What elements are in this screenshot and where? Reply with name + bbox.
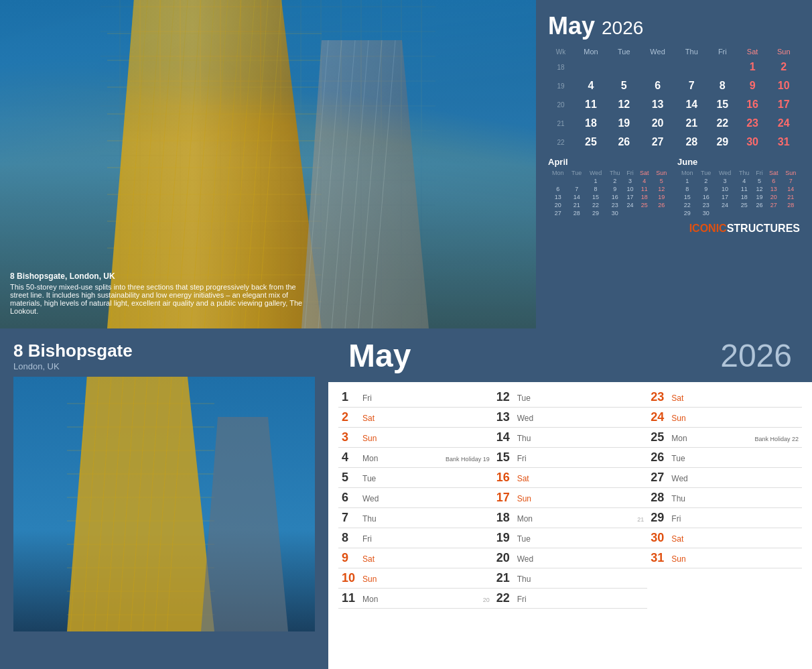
day-name: Tue bbox=[517, 534, 645, 544]
day-number: 14 bbox=[496, 430, 515, 444]
day-number: 23 bbox=[651, 390, 669, 404]
day-number: 12 bbox=[496, 390, 515, 404]
day-entry-12: 12 Tue bbox=[493, 387, 648, 408]
day-number: 21 bbox=[496, 571, 515, 585]
day-number: 9 bbox=[342, 551, 360, 565]
bottom-building-info: 8 Bishopsgate London, UK bbox=[13, 341, 315, 371]
day-name: Sun bbox=[362, 574, 490, 584]
day-name: Mon bbox=[517, 514, 638, 524]
day-name: Sat bbox=[362, 554, 490, 564]
day-number: 22 bbox=[496, 591, 515, 605]
day-name: Fri bbox=[517, 454, 645, 463]
col-header-thu: Thu bbox=[676, 46, 707, 58]
day-entry-19: 19 Tue bbox=[493, 528, 648, 548]
day-number: 15 bbox=[496, 450, 515, 465]
day-number: 2 bbox=[342, 410, 360, 424]
wk-20: 20 bbox=[548, 95, 573, 114]
day-name: Sat bbox=[671, 393, 799, 403]
day-badge: 21 bbox=[637, 516, 644, 523]
day-number: 31 bbox=[651, 551, 669, 565]
day-number: 6 bbox=[342, 491, 360, 505]
day-badge: Bank Holiday 22 bbox=[754, 436, 799, 442]
day-entry-7: 7 Thu bbox=[338, 508, 493, 528]
structures-text: STRUCTURES bbox=[727, 223, 800, 234]
day-name: Fri bbox=[362, 534, 490, 544]
day-name: Sun bbox=[671, 414, 799, 423]
day-name: Wed bbox=[362, 494, 490, 503]
day-entry-28: 28 Thu bbox=[647, 488, 802, 508]
day-entry-16: 16 Sat bbox=[493, 468, 648, 488]
day-name: Fri bbox=[517, 595, 645, 604]
col-header-sun: Sun bbox=[767, 46, 800, 58]
mini-calendars: April MonTueWedThuFriSatSun 12345 678910… bbox=[548, 157, 800, 217]
day-number: 4 bbox=[342, 450, 360, 465]
day-name: Thu bbox=[671, 494, 799, 503]
day-entry-9: 9 Sat bbox=[338, 548, 493, 568]
bottom-left-panel: 8 Bishopsgate London, UK bbox=[0, 328, 328, 669]
day-name: Sun bbox=[517, 494, 645, 503]
day-entry-8: 8 Fri bbox=[338, 528, 493, 548]
day-entry-14: 14 Thu bbox=[493, 428, 648, 448]
day-entry-23: 23 Sat bbox=[647, 387, 802, 408]
day-entry-15: 15 Fri bbox=[493, 448, 648, 468]
day-entry-22: 22 Fri bbox=[493, 589, 648, 609]
april-mini-calendar: April MonTueWedThuFriSatSun 12345 678910… bbox=[548, 157, 671, 217]
top-photo: 8 Bishopsgate, London, UK This 50-storey… bbox=[0, 0, 536, 328]
day-name: Sun bbox=[362, 434, 490, 443]
day-number: 5 bbox=[342, 471, 360, 485]
photo-caption: 8 Bishopsgate, London, UK This 50-storey… bbox=[10, 271, 312, 315]
brand-logo: ICONICSTRUCTURES bbox=[548, 223, 800, 235]
col-header-sat: Sat bbox=[738, 46, 768, 58]
bottom-year: 2026 bbox=[720, 337, 792, 374]
day-number: 1 bbox=[342, 390, 360, 404]
day-number: 27 bbox=[651, 471, 669, 485]
wk-19: 19 bbox=[548, 76, 573, 95]
day-name: Tue bbox=[362, 474, 490, 483]
day-number: 8 bbox=[342, 531, 360, 545]
day-entry-6: 6 Wed bbox=[338, 488, 493, 508]
day-list: 1 Fri2 Sat3 Sun4 MonBank Holiday 195 Tue… bbox=[328, 382, 812, 614]
day-badge: 20 bbox=[483, 597, 490, 603]
day-name: Mon bbox=[362, 595, 483, 604]
day-entry-20: 20 Wed bbox=[493, 548, 648, 568]
col-header-mon: Mon bbox=[573, 46, 608, 58]
day-entry-4: 4 MonBank Holiday 19 bbox=[338, 448, 493, 468]
day-number: 20 bbox=[496, 551, 515, 565]
day-number: 13 bbox=[496, 410, 515, 424]
wk-22: 22 bbox=[548, 133, 573, 151]
day-name: Sat bbox=[671, 534, 799, 544]
col-header-wk: Wk bbox=[548, 46, 573, 58]
bottom-building-location: London, UK bbox=[13, 361, 315, 371]
april-mini-title: April bbox=[548, 157, 671, 167]
col-header-tue: Tue bbox=[608, 46, 639, 58]
bottom-month-title: May bbox=[348, 337, 411, 374]
day-number: 3 bbox=[342, 430, 360, 444]
bottom-section: 8 Bishopsgate London, UK bbox=[0, 328, 812, 669]
day-name: Sat bbox=[362, 414, 490, 423]
day-number: 25 bbox=[651, 430, 669, 444]
day-number: 11 bbox=[342, 591, 360, 605]
day-number: 19 bbox=[496, 531, 515, 545]
day-name: Mon bbox=[362, 454, 446, 463]
caption-description: This 50-storey mixed-use splits into thr… bbox=[10, 283, 312, 315]
day-number: 29 bbox=[651, 511, 669, 525]
day-badge: Bank Holiday 19 bbox=[446, 456, 490, 463]
day-entry-17: 17 Sun bbox=[493, 488, 648, 508]
day-entry-13: 13 Wed bbox=[493, 408, 648, 428]
col-header-fri: Fri bbox=[707, 46, 738, 58]
bottom-header-bar: May 2026 bbox=[328, 328, 812, 382]
day-number: 28 bbox=[651, 491, 669, 505]
day-entry-18: 18 Mon21 bbox=[493, 508, 648, 528]
col-header-wed: Wed bbox=[639, 46, 675, 58]
wk-18: 18 bbox=[548, 58, 573, 76]
day-number: 30 bbox=[651, 531, 669, 545]
day-entry-24: 24 Sun bbox=[647, 408, 802, 428]
day-number: 26 bbox=[651, 450, 669, 465]
day-entry-10: 10 Sun bbox=[338, 568, 493, 589]
day-entry-11: 11 Mon20 bbox=[338, 589, 493, 609]
day-number: 18 bbox=[496, 511, 515, 525]
wk-21: 21 bbox=[548, 114, 573, 133]
day-name: Wed bbox=[517, 554, 645, 564]
day-name: Thu bbox=[517, 574, 645, 584]
day-name: Wed bbox=[671, 474, 799, 483]
